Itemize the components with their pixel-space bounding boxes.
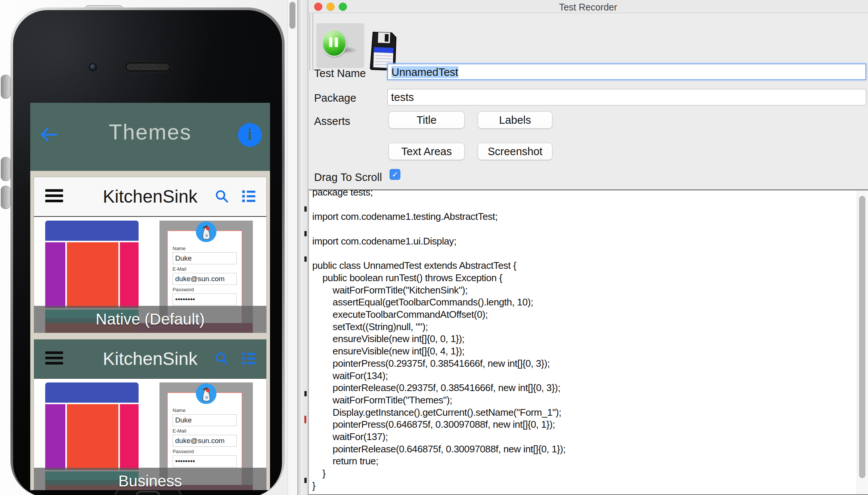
assert-screenshot-button[interactable]: Screenshot: [478, 143, 552, 160]
iphone-device: Themes i KitchenSink: [10, 7, 285, 495]
phone-face: Themes i KitchenSink: [13, 10, 282, 495]
duke-avatar: [195, 383, 217, 405]
asserts-label: Asserts: [314, 115, 350, 127]
theme-caption: Business: [34, 468, 266, 490]
search-icon[interactable]: [214, 188, 230, 204]
test-name-value: UnnamedTest: [391, 66, 458, 78]
phone-speaker: [125, 62, 171, 72]
package-input[interactable]: tests: [387, 89, 866, 105]
code-line: [312, 223, 868, 235]
code-line: ensureVisible(new int[]{0, 4, 1});: [312, 345, 868, 357]
preview-name-field: Duke: [173, 252, 237, 264]
themes-title-bar: Themes i: [30, 103, 270, 171]
phone-volume-up-button: [1, 157, 10, 181]
search-icon[interactable]: [214, 351, 230, 366]
package-label: Package: [314, 92, 356, 104]
simulator-scrollbar-thumb[interactable]: [289, 2, 295, 29]
preview-email-label: E-Mail: [173, 428, 242, 434]
code-line: pointerRelease(0.29375f, 0.38541666f, ne…: [312, 382, 868, 394]
preview-password-field: ••••••••: [173, 455, 237, 467]
app-screen: Themes i KitchenSink: [30, 103, 270, 490]
preview-email-field: duke@sun.com: [173, 273, 237, 285]
preview-name-label: Name: [173, 246, 242, 251]
theme-item-native-default[interactable]: KitchenSink: [34, 177, 267, 333]
preview-password-label: Password: [173, 449, 242, 454]
generated-code-textarea[interactable]: package tests; import com.codename1.test…: [309, 190, 868, 495]
preview-app-title: KitchenSink: [34, 348, 266, 369]
code-line: assertEqual(getToolbarCommands().length,…: [312, 296, 868, 308]
simulator-window: Themes i KitchenSink: [0, 0, 297, 495]
theme-caption: Native (Default): [34, 306, 266, 333]
code-line: [312, 199, 868, 211]
list-icon[interactable]: [241, 188, 257, 204]
code-line: }: [312, 467, 868, 480]
preview-name-label: Name: [173, 408, 242, 413]
info-button[interactable]: i: [238, 123, 262, 147]
theme-preview-thumbnails: Name Duke E-Mail duke@sun.com Password •…: [34, 217, 266, 333]
code-line: pointerRelease(0.646875f, 0.30097088f, n…: [312, 443, 868, 455]
home-button-icon: [136, 491, 160, 495]
background-window-edge: [297, 0, 308, 495]
code-scrollbar[interactable]: [857, 190, 868, 494]
phone-mute-switch: [1, 75, 10, 99]
code-line: package tests;: [312, 190, 868, 199]
code-line: setText((String)null, "");: [312, 321, 868, 333]
code-line: return true;: [312, 455, 868, 467]
list-icon[interactable]: [241, 351, 257, 366]
code-scrollbar-thumb[interactable]: [859, 196, 865, 478]
code-line: waitForFormTitle("KitchenSink");: [312, 284, 868, 296]
preview-email-label: E-Mail: [173, 266, 242, 272]
code-line: pointerPress(0.646875f, 0.30097088f, new…: [312, 418, 868, 431]
code-line: executeToolbarCommandAtOffset(0);: [312, 308, 868, 321]
code-line: [312, 248, 868, 260]
drag-to-scroll-label: Drag To Scroll: [314, 171, 382, 184]
screen: Themes i KitchenSink: [0, 0, 868, 495]
code-line: waitFor(137);: [312, 431, 868, 443]
duke-avatar: [195, 221, 217, 243]
assert-text-areas-button[interactable]: Text Areas: [388, 143, 465, 160]
package-value: tests: [391, 91, 414, 103]
code-line: import com.codename1.testing.AbstractTes…: [312, 210, 868, 223]
preview-email-field: duke@sun.com: [173, 435, 237, 447]
code-line: public class UnnamedTest extends Abstrac…: [312, 259, 868, 272]
preview-app-header: KitchenSink: [34, 339, 266, 379]
code-line: import com.codename1.ui.Display;: [312, 235, 868, 248]
code-content: package tests; import com.codename1.test…: [309, 190, 868, 492]
phone-volume-down-button: [1, 186, 10, 209]
preview-name-field: Duke: [173, 414, 237, 426]
assert-labels-button[interactable]: Labels: [478, 111, 552, 129]
preview-app-title: KitchenSink: [34, 186, 266, 207]
code-line: public boolean runTest() throws Exceptio…: [312, 272, 868, 284]
themes-screen-title: Themes: [30, 119, 270, 144]
preview-app-header: KitchenSink: [34, 177, 266, 217]
assert-title-button[interactable]: Title: [388, 111, 465, 129]
code-line: Display.getInstance().getCurrent().setNa…: [312, 406, 868, 419]
code-line: ensureVisible(new int[]{0, 0, 1});: [312, 333, 868, 345]
test-recorder-window: Test Recorder Test Name UnnamedTest Pack…: [308, 0, 868, 495]
theme-item-business[interactable]: KitchenSink: [34, 339, 267, 490]
drag-to-scroll-checkbox[interactable]: ✓: [390, 169, 400, 180]
toolbar-grip: [310, 13, 313, 70]
preview-password-field: ••••••••: [173, 293, 237, 305]
code-line: waitFor(134);: [312, 370, 868, 382]
window-titlebar[interactable]: Test Recorder: [308, 0, 868, 13]
code-line: waitForFormTitle("Themes");: [312, 394, 868, 406]
theme-preview-thumbnails: Name Duke E-Mail duke@sun.com Password •…: [34, 379, 266, 490]
phone-camera: [89, 63, 97, 71]
window-title: Test Recorder: [308, 2, 868, 13]
code-line: }: [312, 480, 868, 492]
pause-recording-button[interactable]: [316, 23, 364, 68]
test-name-label: Test Name: [314, 67, 366, 80]
pause-icon: [322, 29, 347, 57]
simulator-scrollbar[interactable]: [288, 0, 297, 495]
test-name-input[interactable]: UnnamedTest: [387, 64, 866, 80]
preview-password-label: Password: [173, 287, 242, 292]
code-line: pointerPress(0.29375f, 0.38541666f, new …: [312, 357, 868, 370]
